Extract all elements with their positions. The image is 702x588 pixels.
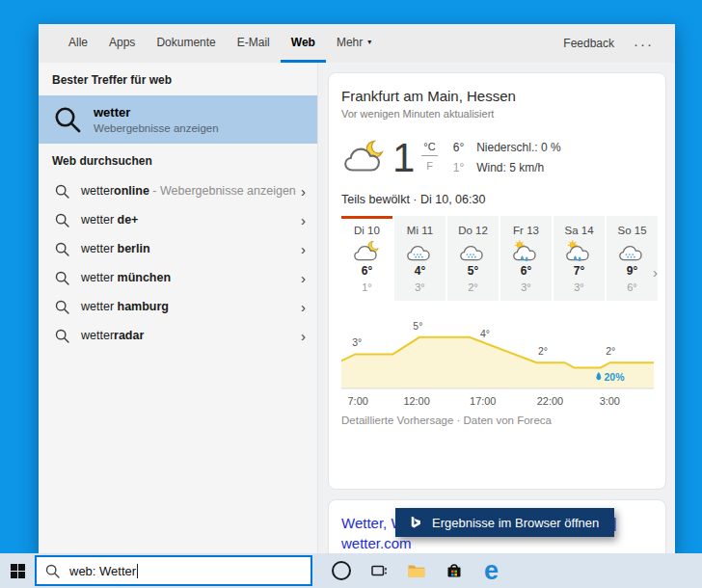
open-in-browser-toast[interactable]: Ergebnisse im Browser öffnen [395,508,614,537]
windows-logo-icon [11,564,25,578]
search-icon [55,184,69,199]
taskbar: web: Wetter e [0,553,702,588]
current-temp: 1 [392,139,415,177]
search-icon [55,242,69,256]
search-icon [55,300,69,314]
chevron-right-icon: › [301,271,306,285]
search-flyout: Alle Apps Dokumente E-Mail Web Mehr ▾ Fe… [39,24,675,553]
cloud-rain-icon [458,240,488,263]
today-high: 6° [453,141,464,154]
svg-text:12:00: 12:00 [403,395,429,407]
today-low: 1° [453,161,464,174]
forecast-day-di10[interactable]: Di 10 6° 1° [341,216,392,301]
search-icon [45,564,60,578]
search-icon [55,213,69,227]
chevron-right-icon: › [301,329,306,343]
store-bag-icon [445,561,464,580]
tab-dokumente[interactable]: Dokumente [146,24,226,63]
chevron-down-icon: ▾ [367,38,371,46]
suggestion-text: wetter berlin [81,242,150,255]
tab-web[interactable]: Web [281,24,326,63]
suggestion-text: wetterradar [81,329,144,342]
tab-apps[interactable]: Apps [98,24,146,63]
folder-icon [407,561,426,580]
toast-text: Ergebnisse im Browser öffnen [432,516,599,530]
cortana-button[interactable] [322,553,360,588]
suggestion-wetterradar[interactable]: wetterradar › [39,321,317,350]
suggestion-text: wetter de+ [81,213,138,227]
tab-email[interactable]: E-Mail [227,24,281,63]
cortana-icon [332,561,351,580]
weather-updated: Vor wenigen Minuten aktualisiert [341,108,654,120]
forecast-scroll-right-icon[interactable]: › [653,264,658,281]
forecast-day-do12[interactable]: Do 12 5° 2° [447,216,499,301]
suggestion-wetteronline[interactable]: wetteronline - Webergebnisse anzeigen › [39,176,317,205]
weather-location: Frankfurt am Main, Hessen [341,88,654,104]
suggestion-text: wetter münchen [81,271,171,284]
sun-cloud-rain-icon [564,240,594,263]
svg-text:17:00: 17:00 [470,395,496,407]
current-conditions: 1 °C F 6° 1° Niederschl.: 0 % Wind: 5 km… [341,139,654,177]
best-match-result[interactable]: wetter Webergebnisse anzeigen [39,95,317,144]
best-match-header: Bester Treffer für web [39,63,317,95]
start-button[interactable] [0,553,35,588]
svg-text:7:00: 7:00 [348,395,368,407]
unit-fahrenheit-toggle[interactable]: F [421,160,437,172]
search-icon [55,271,69,285]
search-tab-bar: Alle Apps Dokumente E-Mail Web Mehr ▾ Fe… [39,24,675,63]
web-search-header: Web durchsuchen [39,144,317,176]
tabbar-spacer [382,24,552,63]
moon-cloud-icon [352,240,382,263]
forecast-day-mi11[interactable]: Mi 11 4° 3° [394,216,446,301]
svg-text:20%: 20% [605,371,625,383]
unit-celsius-toggle[interactable]: °C [421,141,437,156]
task-view-button[interactable] [360,553,397,588]
svg-text:3°: 3° [352,336,362,348]
edge-icon: e [484,558,499,584]
edge-button[interactable]: e [472,553,510,588]
suggestion-wetter-muenchen[interactable]: wetter münchen › [39,263,317,292]
best-match-subtitle: Webergebnisse anzeigen [94,122,219,134]
more-options-icon[interactable]: ··· [626,24,662,63]
chevron-right-icon: › [301,242,306,256]
cloud-rain-icon [405,240,435,263]
file-explorer-button[interactable] [397,553,435,588]
forecast-day-fr13[interactable]: Fr 13 6° 3° [500,216,552,301]
svg-text:22:00: 22:00 [537,395,563,407]
best-match-title: wetter [94,105,219,120]
sun-cloud-rain-icon [511,240,541,263]
search-input-value: web: Wetter [69,564,136,578]
cloud-rain-icon [617,240,647,263]
chevron-right-icon: › [301,300,306,314]
svg-text:5°: 5° [413,320,422,332]
svg-text:3:00: 3:00 [600,395,620,407]
bing-icon [408,516,422,530]
feedback-button[interactable]: Feedback [552,24,626,63]
chevron-right-icon: › [301,213,306,227]
forecast-day-sa14[interactable]: Sa 14 7° 3° [554,216,605,301]
text-caret [137,564,138,578]
suggestion-wetter-hamburg[interactable]: wetter hamburg › [39,292,317,321]
moon-cloud-icon [341,139,388,175]
tab-alle[interactable]: Alle [58,24,98,63]
wind-text: Wind: 5 km/h [476,161,560,174]
condition-line: Teils bewölkt · Di 10, 06:30 [341,193,654,206]
daily-forecast-row: Di 10 6° 1° Mi 11 4° 3° Do 12 5° [341,216,654,301]
svg-text:2°: 2° [606,345,615,357]
hourly-temp-chart: 3°5°4°2°2°7:0012:0017:0022:003:0020% [341,313,654,410]
weather-footer: Detaillierte Vorhersage · Daten von Fore… [341,414,654,426]
tab-mehr[interactable]: Mehr ▾ [326,24,382,63]
suggestion-wetter-berlin[interactable]: wetter berlin › [39,234,317,263]
search-icon [54,106,81,133]
search-results-pane: Bester Treffer für web wetter Webergebni… [39,63,318,553]
suggestion-wetter-de[interactable]: wetter de+ › [39,205,317,234]
search-icon [55,329,69,343]
microsoft-store-button[interactable] [435,553,472,588]
preview-pane: Frankfurt am Main, Hessen Vor wenigen Mi… [318,63,675,553]
svg-text:2°: 2° [538,345,548,357]
forecast-day-so15[interactable]: So 15 9° 6° [607,216,658,301]
task-view-icon [369,562,388,580]
taskbar-search-box[interactable]: web: Wetter [35,555,312,586]
precipitation-text: Niederschl.: 0 % [476,141,560,154]
svg-text:4°: 4° [480,327,490,338]
